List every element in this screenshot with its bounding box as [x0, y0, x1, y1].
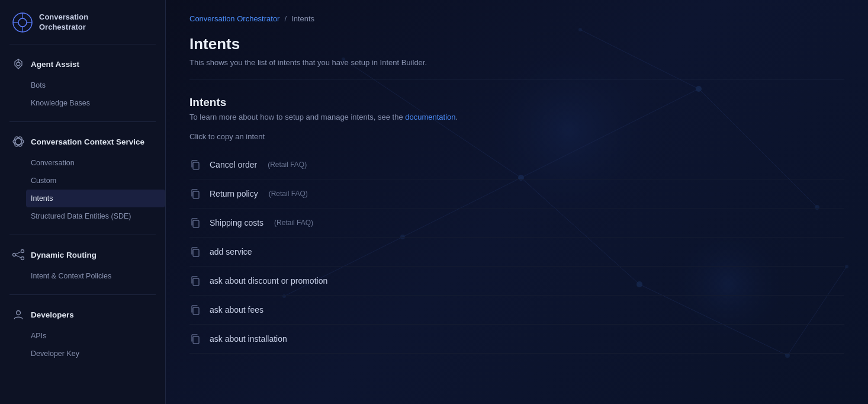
svg-rect-43 — [193, 307, 199, 315]
orchestrator-logo-icon — [12, 12, 33, 33]
intents-section-title: Intents — [189, 96, 844, 109]
intent-tag-cancel-order: (Retail FAQ) — [268, 161, 307, 169]
copy-icon-add-service — [189, 246, 201, 258]
logo-text: Conversation Orchestrator — [39, 12, 88, 33]
intent-item-add-service[interactable]: add service — [189, 238, 844, 267]
svg-rect-38 — [193, 162, 199, 169]
svg-line-15 — [16, 255, 21, 258]
copy-icon-return-policy — [189, 188, 201, 200]
context-service-title: Conversation Context Service — [31, 137, 144, 146]
svg-point-1 — [18, 18, 27, 27]
main-content: Conversation Orchestrator / Intents Inte… — [166, 0, 868, 404]
agent-assist-sub-items: Bots Knowledge Bases — [0, 75, 165, 117]
intent-name-add-service: add service — [210, 247, 252, 256]
intent-name-ask-discount: ask about discount or promotion — [210, 276, 327, 286]
click-to-copy-label: Click to copy an intent — [189, 132, 844, 141]
page-title: Intents — [189, 35, 844, 53]
breadcrumb: Conversation Orchestrator / Intents — [189, 14, 844, 23]
sidebar-logo: Conversation Orchestrator — [0, 0, 165, 44]
page-description: This shows you the list of intents that … — [189, 58, 844, 67]
copy-icon-ask-discount — [189, 275, 201, 287]
intent-tag-shipping-costs: (Retail FAQ) — [274, 219, 313, 227]
intent-item-cancel-order[interactable]: Cancel order (Retail FAQ) — [189, 150, 844, 179]
sidebar-section-context-service: Conversation Context Service Conversatio… — [0, 122, 165, 235]
svg-rect-39 — [193, 191, 199, 198]
sidebar-item-custom[interactable]: Custom — [31, 172, 165, 190]
svg-point-16 — [17, 311, 21, 315]
sidebar-section-header-context-service[interactable]: Conversation Context Service — [0, 130, 165, 153]
developers-sub-items: APIs Developer Key — [0, 326, 165, 367]
intents-section-description: To learn more about how to setup and man… — [189, 113, 844, 121]
intent-tag-return-policy: (Retail FAQ) — [269, 190, 308, 198]
intent-name-ask-installation: ask about installation — [210, 334, 287, 344]
sidebar-section-header-dynamic-routing[interactable]: Dynamic Routing — [0, 243, 165, 266]
intent-item-shipping-costs[interactable]: Shipping costs (Retail FAQ) — [189, 209, 844, 238]
sidebar-item-bots[interactable]: Bots — [31, 76, 165, 94]
sidebar-section-agent-assist: Agent Assist Bots Knowledge Bases — [0, 44, 165, 121]
page-divider — [189, 79, 844, 79]
sidebar-item-conversation[interactable]: Conversation — [31, 154, 165, 172]
dynamic-routing-title: Dynamic Routing — [31, 251, 97, 259]
svg-point-10 — [13, 136, 24, 148]
copy-icon-cancel-order — [189, 159, 201, 171]
context-service-icon — [12, 135, 25, 148]
context-service-sub-items: Conversation Custom Intents Structured D… — [0, 153, 165, 230]
sidebar-section-dynamic-routing: Dynamic Routing Intent & Context Policie… — [0, 235, 165, 294]
agent-assist-title: Agent Assist — [31, 60, 79, 69]
sidebar-section-developers: Developers APIs Developer Key — [0, 295, 165, 372]
sidebar-section-header-developers[interactable]: Developers — [0, 303, 165, 326]
intent-item-ask-installation[interactable]: ask about installation — [189, 325, 844, 354]
sidebar-item-apis[interactable]: APIs — [31, 327, 165, 345]
intent-list: Cancel order (Retail FAQ) Return policy … — [189, 150, 844, 354]
svg-rect-42 — [193, 278, 199, 286]
svg-line-14 — [16, 252, 21, 254]
sidebar-item-intent-context-policies[interactable]: Intent & Context Policies — [31, 267, 165, 285]
copy-icon-shipping-costs — [189, 217, 201, 229]
sidebar: Conversation Orchestrator Agent Assist B… — [0, 0, 166, 404]
copy-icon-ask-installation — [189, 333, 201, 345]
breadcrumb-separator: / — [284, 14, 287, 23]
dynamic-routing-icon — [12, 248, 25, 261]
sidebar-item-knowledge-bases[interactable]: Knowledge Bases — [31, 94, 165, 112]
svg-rect-44 — [193, 336, 199, 344]
copy-icon-ask-fees — [189, 304, 201, 316]
agent-assist-icon — [12, 57, 25, 70]
sidebar-item-sde[interactable]: Structured Data Entities (SDE) — [31, 207, 165, 225]
svg-rect-40 — [193, 220, 199, 227]
breadcrumb-link[interactable]: Conversation Orchestrator — [189, 14, 279, 23]
svg-point-11 — [13, 254, 16, 256]
documentation-link[interactable]: documentation — [405, 113, 455, 121]
intent-name-ask-fees: ask about fees — [210, 305, 263, 315]
sidebar-item-intents[interactable]: Intents — [26, 190, 165, 207]
svg-point-13 — [21, 257, 24, 260]
developers-title: Developers — [31, 310, 74, 319]
intent-item-ask-fees[interactable]: ask about fees — [189, 296, 844, 325]
svg-point-6 — [17, 62, 20, 66]
intent-item-return-policy[interactable]: Return policy (Retail FAQ) — [189, 179, 844, 209]
developers-icon — [12, 308, 25, 321]
breadcrumb-current: Intents — [291, 14, 314, 23]
sidebar-section-header-agent-assist[interactable]: Agent Assist — [0, 53, 165, 75]
content-wrapper: Conversation Orchestrator / Intents Inte… — [166, 0, 868, 368]
intent-item-ask-discount[interactable]: ask about discount or promotion — [189, 267, 844, 296]
svg-point-12 — [21, 250, 24, 253]
sidebar-item-developer-key[interactable]: Developer Key — [31, 345, 165, 363]
svg-rect-41 — [193, 249, 199, 256]
intent-name-cancel-order: Cancel order — [210, 160, 257, 169]
intent-name-shipping-costs: Shipping costs — [210, 218, 263, 227]
dynamic-routing-sub-items: Intent & Context Policies — [0, 266, 165, 290]
intent-name-return-policy: Return policy — [210, 189, 258, 198]
